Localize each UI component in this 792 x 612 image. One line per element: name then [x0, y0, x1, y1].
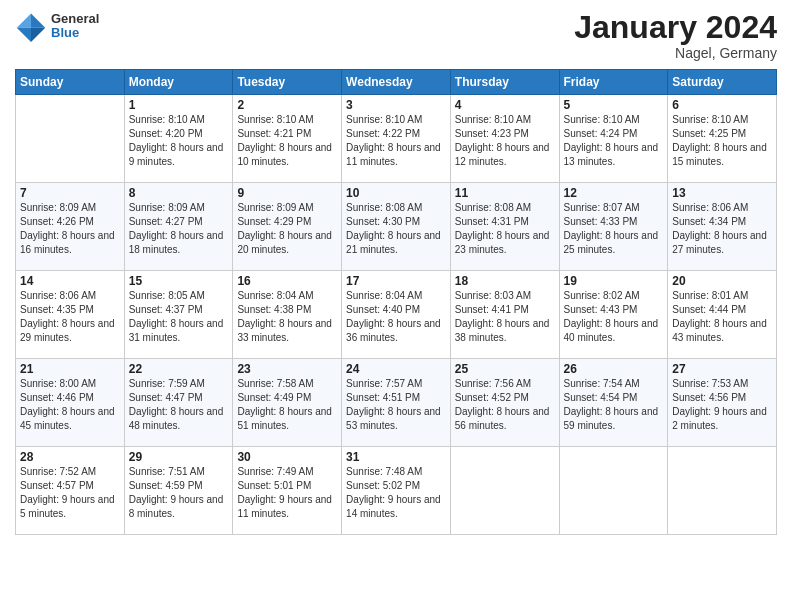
sunrise-text: Sunrise: 8:10 AM [564, 114, 640, 125]
day-number: 29 [129, 450, 229, 464]
day-info: Sunrise: 7:54 AM Sunset: 4:54 PM Dayligh… [564, 377, 664, 433]
sunset-text: Sunset: 5:02 PM [346, 480, 420, 491]
day-info: Sunrise: 8:00 AM Sunset: 4:46 PM Dayligh… [20, 377, 120, 433]
day-number: 5 [564, 98, 664, 112]
daylight-text: Daylight: 8 hours and 12 minutes. [455, 142, 550, 167]
daylight-text: Daylight: 8 hours and 38 minutes. [455, 318, 550, 343]
day-number: 24 [346, 362, 446, 376]
sunrise-text: Sunrise: 8:04 AM [237, 290, 313, 301]
day-info: Sunrise: 8:10 AM Sunset: 4:23 PM Dayligh… [455, 113, 555, 169]
daylight-text: Daylight: 9 hours and 2 minutes. [672, 406, 767, 431]
day-info: Sunrise: 8:10 AM Sunset: 4:24 PM Dayligh… [564, 113, 664, 169]
daylight-text: Daylight: 8 hours and 48 minutes. [129, 406, 224, 431]
sunset-text: Sunset: 4:30 PM [346, 216, 420, 227]
day-number: 14 [20, 274, 120, 288]
week-row-3: 14 Sunrise: 8:06 AM Sunset: 4:35 PM Dayl… [16, 271, 777, 359]
logo-blue: Blue [51, 26, 99, 40]
calendar-table: Sunday Monday Tuesday Wednesday Thursday… [15, 69, 777, 535]
daylight-text: Daylight: 8 hours and 10 minutes. [237, 142, 332, 167]
svg-marker-0 [31, 14, 45, 28]
day-number: 21 [20, 362, 120, 376]
day-info: Sunrise: 7:58 AM Sunset: 4:49 PM Dayligh… [237, 377, 337, 433]
sunset-text: Sunset: 4:46 PM [20, 392, 94, 403]
sunrise-text: Sunrise: 7:52 AM [20, 466, 96, 477]
day-info: Sunrise: 8:09 AM Sunset: 4:27 PM Dayligh… [129, 201, 229, 257]
day-info: Sunrise: 7:53 AM Sunset: 4:56 PM Dayligh… [672, 377, 772, 433]
daylight-text: Daylight: 8 hours and 31 minutes. [129, 318, 224, 343]
sunset-text: Sunset: 4:23 PM [455, 128, 529, 139]
sunrise-text: Sunrise: 7:57 AM [346, 378, 422, 389]
col-monday: Monday [124, 70, 233, 95]
day-cell: 30 Sunrise: 7:49 AM Sunset: 5:01 PM Dayl… [233, 447, 342, 535]
sunrise-text: Sunrise: 7:53 AM [672, 378, 748, 389]
day-info: Sunrise: 8:09 AM Sunset: 4:29 PM Dayligh… [237, 201, 337, 257]
day-cell: 6 Sunrise: 8:10 AM Sunset: 4:25 PM Dayli… [668, 95, 777, 183]
sunrise-text: Sunrise: 8:02 AM [564, 290, 640, 301]
daylight-text: Daylight: 8 hours and 53 minutes. [346, 406, 441, 431]
daylight-text: Daylight: 9 hours and 5 minutes. [20, 494, 115, 519]
day-number: 19 [564, 274, 664, 288]
sunrise-text: Sunrise: 8:07 AM [564, 202, 640, 213]
sunset-text: Sunset: 4:33 PM [564, 216, 638, 227]
sunrise-text: Sunrise: 7:56 AM [455, 378, 531, 389]
day-cell: 7 Sunrise: 8:09 AM Sunset: 4:26 PM Dayli… [16, 183, 125, 271]
sunrise-text: Sunrise: 8:10 AM [129, 114, 205, 125]
day-info: Sunrise: 7:51 AM Sunset: 4:59 PM Dayligh… [129, 465, 229, 521]
day-number: 27 [672, 362, 772, 376]
day-number: 23 [237, 362, 337, 376]
day-info: Sunrise: 8:06 AM Sunset: 4:34 PM Dayligh… [672, 201, 772, 257]
day-number: 22 [129, 362, 229, 376]
day-number: 3 [346, 98, 446, 112]
sunset-text: Sunset: 4:21 PM [237, 128, 311, 139]
day-info: Sunrise: 8:08 AM Sunset: 4:30 PM Dayligh… [346, 201, 446, 257]
day-number: 11 [455, 186, 555, 200]
daylight-text: Daylight: 8 hours and 56 minutes. [455, 406, 550, 431]
day-cell: 27 Sunrise: 7:53 AM Sunset: 4:56 PM Dayl… [668, 359, 777, 447]
sunset-text: Sunset: 4:25 PM [672, 128, 746, 139]
day-info: Sunrise: 8:04 AM Sunset: 4:38 PM Dayligh… [237, 289, 337, 345]
sunset-text: Sunset: 4:37 PM [129, 304, 203, 315]
day-cell: 25 Sunrise: 7:56 AM Sunset: 4:52 PM Dayl… [450, 359, 559, 447]
location: Nagel, Germany [574, 45, 777, 61]
day-cell: 18 Sunrise: 8:03 AM Sunset: 4:41 PM Dayl… [450, 271, 559, 359]
week-row-1: 1 Sunrise: 8:10 AM Sunset: 4:20 PM Dayli… [16, 95, 777, 183]
day-cell: 17 Sunrise: 8:04 AM Sunset: 4:40 PM Dayl… [342, 271, 451, 359]
daylight-text: Daylight: 9 hours and 14 minutes. [346, 494, 441, 519]
daylight-text: Daylight: 8 hours and 23 minutes. [455, 230, 550, 255]
day-info: Sunrise: 8:07 AM Sunset: 4:33 PM Dayligh… [564, 201, 664, 257]
sunrise-text: Sunrise: 8:09 AM [129, 202, 205, 213]
day-number: 31 [346, 450, 446, 464]
sunrise-text: Sunrise: 8:09 AM [237, 202, 313, 213]
sunrise-text: Sunrise: 8:05 AM [129, 290, 205, 301]
day-cell: 10 Sunrise: 8:08 AM Sunset: 4:30 PM Dayl… [342, 183, 451, 271]
header: General Blue January 2024 Nagel, Germany [15, 10, 777, 61]
sunset-text: Sunset: 4:49 PM [237, 392, 311, 403]
day-info: Sunrise: 7:48 AM Sunset: 5:02 PM Dayligh… [346, 465, 446, 521]
sunset-text: Sunset: 4:57 PM [20, 480, 94, 491]
sunset-text: Sunset: 4:54 PM [564, 392, 638, 403]
day-info: Sunrise: 8:10 AM Sunset: 4:21 PM Dayligh… [237, 113, 337, 169]
sunset-text: Sunset: 4:26 PM [20, 216, 94, 227]
page: General Blue January 2024 Nagel, Germany… [0, 0, 792, 612]
week-row-4: 21 Sunrise: 8:00 AM Sunset: 4:46 PM Dayl… [16, 359, 777, 447]
day-number: 4 [455, 98, 555, 112]
day-info: Sunrise: 8:10 AM Sunset: 4:25 PM Dayligh… [672, 113, 772, 169]
day-number: 2 [237, 98, 337, 112]
day-cell: 22 Sunrise: 7:59 AM Sunset: 4:47 PM Dayl… [124, 359, 233, 447]
sunrise-text: Sunrise: 8:10 AM [237, 114, 313, 125]
day-info: Sunrise: 8:04 AM Sunset: 4:40 PM Dayligh… [346, 289, 446, 345]
daylight-text: Daylight: 8 hours and 36 minutes. [346, 318, 441, 343]
day-cell: 2 Sunrise: 8:10 AM Sunset: 4:21 PM Dayli… [233, 95, 342, 183]
day-cell: 19 Sunrise: 8:02 AM Sunset: 4:43 PM Dayl… [559, 271, 668, 359]
day-cell: 16 Sunrise: 8:04 AM Sunset: 4:38 PM Dayl… [233, 271, 342, 359]
day-cell: 15 Sunrise: 8:05 AM Sunset: 4:37 PM Dayl… [124, 271, 233, 359]
sunset-text: Sunset: 4:56 PM [672, 392, 746, 403]
sunrise-text: Sunrise: 7:58 AM [237, 378, 313, 389]
day-info: Sunrise: 8:02 AM Sunset: 4:43 PM Dayligh… [564, 289, 664, 345]
sunrise-text: Sunrise: 8:06 AM [20, 290, 96, 301]
sunrise-text: Sunrise: 8:08 AM [455, 202, 531, 213]
sunrise-text: Sunrise: 8:10 AM [672, 114, 748, 125]
header-row: Sunday Monday Tuesday Wednesday Thursday… [16, 70, 777, 95]
day-cell: 8 Sunrise: 8:09 AM Sunset: 4:27 PM Dayli… [124, 183, 233, 271]
sunset-text: Sunset: 4:20 PM [129, 128, 203, 139]
